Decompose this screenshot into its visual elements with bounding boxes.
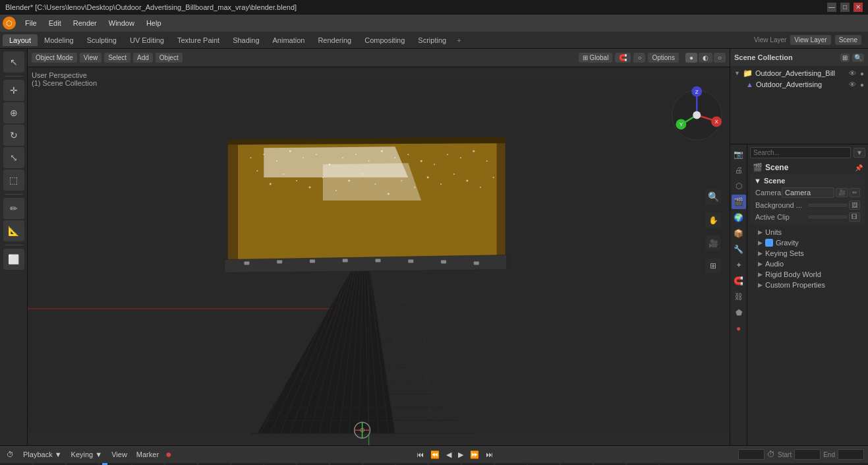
play-reverse[interactable]: ◀ bbox=[444, 449, 454, 460]
snap-button[interactable]: 🧲 bbox=[615, 53, 631, 63]
close-button[interactable]: ✕ bbox=[854, 3, 863, 12]
outliner-search-toggle[interactable]: 🔍 bbox=[852, 53, 864, 62]
tab-animation[interactable]: Animation bbox=[266, 34, 312, 46]
properties-search-input[interactable] bbox=[750, 147, 851, 158]
play-forward[interactable]: ▶ bbox=[455, 449, 466, 460]
scene-pin-button[interactable]: 📌 bbox=[855, 164, 863, 171]
prop-particle-icon[interactable]: ✦ bbox=[732, 258, 746, 272]
tab-layout[interactable]: Layout bbox=[3, 34, 38, 46]
view-menu-tl[interactable]: View bbox=[109, 449, 130, 460]
restrict-toggle-2[interactable]: ● bbox=[860, 81, 864, 88]
viewport-3d[interactable]: Z Y X 🔍 bbox=[28, 67, 730, 445]
viewport-shading-solid[interactable]: ● bbox=[685, 53, 697, 63]
scene-selector[interactable]: Scene bbox=[835, 35, 861, 45]
camera-pick-button[interactable]: 🎥 bbox=[836, 188, 848, 197]
maximize-button[interactable]: □ bbox=[840, 3, 850, 12]
prev-keyframe[interactable]: ⏪ bbox=[428, 449, 442, 460]
visibility-toggle-2[interactable]: 👁 bbox=[849, 80, 856, 88]
end-frame-input[interactable]: 250 bbox=[838, 449, 864, 460]
outliner-mesh-item[interactable]: ▲ Outdoor_Advertising 👁 ● bbox=[730, 79, 868, 90]
active-clip-value[interactable] bbox=[808, 216, 848, 218]
blender-logo[interactable]: ⬡ bbox=[3, 16, 16, 30]
prop-world-icon[interactable]: 🌍 bbox=[732, 210, 746, 225]
prop-material-icon[interactable]: ● bbox=[732, 321, 746, 336]
menu-edit[interactable]: Edit bbox=[43, 18, 67, 28]
tab-scripting[interactable]: Scripting bbox=[411, 34, 453, 46]
viewport-shading-render[interactable]: ○ bbox=[714, 53, 726, 63]
start-frame-input[interactable]: 1 bbox=[794, 449, 821, 460]
scene-subsection-header[interactable]: ▼ Scene bbox=[750, 175, 865, 186]
menu-help[interactable]: Help bbox=[141, 18, 167, 28]
prop-scene-icon[interactable]: 🎬 bbox=[732, 195, 746, 209]
camera-value[interactable]: Camera bbox=[782, 187, 834, 198]
gravity-section[interactable]: ▶ Gravity bbox=[750, 237, 865, 248]
tab-compositing[interactable]: Compositing bbox=[358, 34, 411, 46]
transform-tool[interactable]: ⬚ bbox=[3, 170, 24, 191]
menu-render[interactable]: Render bbox=[68, 18, 102, 28]
frame-drop-marker[interactable]: ⏱ bbox=[767, 450, 775, 459]
prop-modifier-icon[interactable]: 🔧 bbox=[732, 242, 746, 257]
current-frame-input[interactable]: 1 bbox=[738, 449, 765, 460]
camera-edit-button[interactable]: ✏ bbox=[850, 188, 860, 197]
proportional-edit[interactable]: ○ bbox=[633, 53, 645, 63]
add-workspace-button[interactable]: + bbox=[453, 35, 465, 46]
units-section[interactable]: ▶ Units bbox=[750, 227, 865, 237]
restrict-toggle-1[interactable]: ● bbox=[860, 70, 864, 77]
keying-menu[interactable]: Keying ▼ bbox=[69, 449, 105, 460]
tab-texture-paint[interactable]: Texture Paint bbox=[171, 34, 226, 46]
playback-menu[interactable]: Playback ▼ bbox=[20, 449, 65, 460]
jump-to-end[interactable]: ⏭ bbox=[483, 449, 496, 460]
scale-tool[interactable]: ⤡ bbox=[3, 147, 24, 168]
rotate-tool[interactable]: ↻ bbox=[3, 125, 24, 146]
cursor-tool[interactable]: ✛ bbox=[3, 80, 24, 101]
measure-tool[interactable]: 📐 bbox=[3, 220, 24, 241]
tab-rendering[interactable]: Rendering bbox=[311, 34, 358, 46]
tab-uv-editing[interactable]: UV Editing bbox=[123, 34, 171, 46]
options-button[interactable]: Options bbox=[648, 53, 678, 63]
prop-constraint-icon[interactable]: ⛓ bbox=[732, 290, 746, 304]
object-mode-selector[interactable]: Object Mode bbox=[32, 53, 77, 63]
scene-section-header[interactable]: 🎬 Scene 📌 bbox=[750, 161, 865, 174]
viewport-add-menu[interactable]: Add bbox=[133, 53, 153, 63]
filter-button[interactable]: ▼ bbox=[854, 148, 865, 158]
tab-sculpting[interactable]: Sculpting bbox=[80, 34, 123, 46]
background-value[interactable] bbox=[808, 204, 848, 206]
viewport-select-menu[interactable]: Select bbox=[104, 53, 130, 63]
jump-to-start[interactable]: ⏮ bbox=[414, 449, 426, 460]
move-tool[interactable]: ⊕ bbox=[3, 102, 24, 123]
marker-menu[interactable]: Marker bbox=[134, 449, 161, 460]
record-button[interactable]: ● bbox=[165, 449, 172, 460]
add-cube-tool[interactable]: ⬜ bbox=[3, 249, 24, 270]
next-keyframe[interactable]: ⏩ bbox=[467, 449, 482, 460]
prop-output-icon[interactable]: 🖨 bbox=[732, 163, 746, 177]
tab-shading[interactable]: Shading bbox=[226, 34, 266, 46]
select-tool[interactable]: ↖ bbox=[3, 51, 24, 73]
tab-modeling[interactable]: Modeling bbox=[38, 34, 80, 46]
prop-object-icon[interactable]: 📦 bbox=[732, 226, 746, 241]
prop-render-icon[interactable]: 📷 bbox=[732, 147, 746, 162]
prop-view-layer-icon[interactable]: ⬡ bbox=[732, 179, 746, 193]
minimize-button[interactable]: — bbox=[827, 3, 836, 12]
prop-physics-icon[interactable]: 🧲 bbox=[732, 274, 746, 288]
prop-data-icon[interactable]: ⬟ bbox=[732, 305, 746, 320]
menu-window[interactable]: Window bbox=[103, 18, 140, 28]
timeline-icon[interactable]: ⏱ bbox=[4, 449, 16, 460]
rigid-body-section[interactable]: ▶ Rigid Body World bbox=[750, 269, 865, 280]
outliner-scene-collection[interactable]: ▼ 📁 Outdoor_Advertising_Bill 👁 ● bbox=[730, 67, 868, 79]
keying-sets-section[interactable]: ▶ Keying Sets bbox=[750, 248, 865, 259]
transform-orientation[interactable]: ⊞ Global bbox=[579, 53, 613, 63]
background-pick-button[interactable]: 🖼 bbox=[849, 201, 860, 210]
menu-file[interactable]: File bbox=[20, 18, 42, 28]
viewport-shading-material[interactable]: ◐ bbox=[699, 53, 712, 63]
audio-section[interactable]: ▶ Audio bbox=[750, 259, 865, 269]
custom-props-section[interactable]: ▶ Custom Properties bbox=[750, 280, 865, 290]
annotate-tool[interactable]: ✏ bbox=[3, 198, 24, 219]
viewport[interactable]: Object Mode View Select Add Object ⊞ Glo… bbox=[28, 49, 730, 445]
view-layer-button[interactable]: View Layer bbox=[790, 35, 830, 45]
viewport-view-menu[interactable]: View bbox=[80, 53, 102, 63]
visibility-toggle-1[interactable]: 👁 bbox=[849, 69, 856, 77]
viewport-object-menu[interactable]: Object bbox=[156, 53, 183, 63]
active-clip-pick-button[interactable]: 🎞 bbox=[849, 212, 860, 222]
outliner-filter[interactable]: ⊞ bbox=[840, 53, 850, 62]
gravity-checkbox[interactable] bbox=[765, 239, 773, 247]
